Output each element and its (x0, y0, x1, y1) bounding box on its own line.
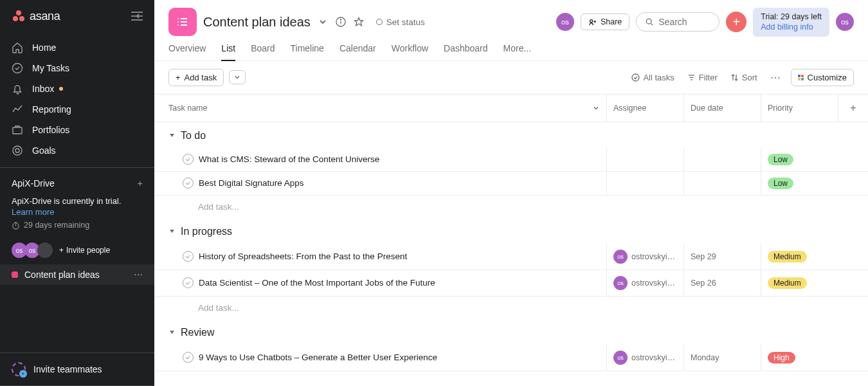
nav-portfolios[interactable]: Portfolios (0, 120, 154, 140)
status-circle-icon (376, 19, 383, 25)
task-priority[interactable]: High (761, 345, 868, 371)
svg-point-0 (16, 10, 21, 15)
task-row[interactable]: 9 Ways to Use Chatbots – Generate a Bett… (154, 345, 868, 371)
tab-workflow[interactable]: Workflow (392, 43, 428, 60)
nav-label: Home (32, 42, 56, 53)
task-due-date[interactable]: Monday (684, 345, 761, 371)
tab-overview[interactable]: Overview (168, 43, 206, 60)
complete-task-icon[interactable] (183, 251, 194, 262)
add-task-inline[interactable]: Add task... (154, 196, 868, 218)
svg-point-23 (590, 19, 593, 22)
tab-more[interactable]: More... (503, 43, 532, 60)
svg-marker-36 (170, 331, 174, 334)
plus-icon[interactable]: + (138, 178, 143, 188)
task-assignee[interactable]: osostrovskyi.s... (607, 270, 684, 296)
tab-calendar[interactable]: Calendar (339, 43, 376, 60)
nav-inbox[interactable]: Inbox (0, 78, 154, 99)
column-assignee[interactable]: Assignee (607, 95, 684, 122)
column-task-name[interactable]: Task name (154, 95, 607, 122)
complete-task-icon[interactable] (183, 277, 194, 288)
check-circle-icon (12, 62, 23, 74)
share-button[interactable]: Share (581, 14, 629, 30)
task-priority[interactable]: Medium (761, 270, 868, 296)
section-to-do[interactable]: To do (154, 122, 868, 148)
task-priority[interactable]: Medium (761, 244, 868, 270)
global-add-button[interactable]: + (726, 12, 746, 32)
avatar-empty[interactable] (37, 243, 53, 258)
info-icon[interactable] (335, 16, 347, 28)
task-due-date[interactable]: Sep 26 (684, 270, 761, 296)
complete-task-icon[interactable] (183, 352, 194, 363)
add-billing-link[interactable]: Add billing info (761, 22, 822, 32)
add-task-inline[interactable]: Add task... (154, 297, 868, 319)
project-icon[interactable] (168, 8, 197, 36)
user-avatar[interactable]: os (836, 13, 854, 31)
nav-my-tasks[interactable]: My Tasks (0, 58, 154, 78)
tab-timeline[interactable]: Timeline (291, 43, 324, 60)
task-due-date[interactable] (684, 148, 761, 171)
filter-button[interactable]: Filter (683, 70, 721, 85)
add-column-button[interactable]: + (838, 95, 868, 122)
project-title: Content plan ideas (203, 15, 311, 30)
column-priority[interactable]: Priority (761, 95, 838, 122)
task-priority[interactable]: Low (761, 148, 868, 171)
search-input[interactable] (636, 12, 719, 32)
grid-icon (798, 75, 804, 80)
logo[interactable]: asana (12, 9, 60, 23)
tab-dashboard[interactable]: Dashboard (444, 43, 488, 60)
task-assignee[interactable]: osostrovskyi.s... (607, 244, 684, 270)
section-review[interactable]: Review (154, 319, 868, 345)
sort-button[interactable]: Sort (727, 70, 761, 85)
section-in-progress[interactable]: In progress (154, 218, 868, 244)
tab-board[interactable]: Board (251, 43, 275, 60)
task-sections: To do What is CMS: Steward of the Conten… (154, 122, 868, 387)
nav-label: Reporting (32, 104, 71, 115)
star-icon[interactable] (353, 16, 365, 28)
task-row[interactable]: What is CMS: Steward of the Content Univ… (154, 148, 868, 172)
collapse-sidebar-icon[interactable] (131, 12, 143, 21)
all-tasks-filter[interactable]: All tasks (628, 70, 678, 85)
workspace-name: ApiX-Drive (12, 178, 55, 188)
project-content-plan-ideas[interactable]: Content plan ideas ⋯ (0, 264, 154, 285)
workspace-header[interactable]: ApiX-Drive + (0, 172, 154, 192)
customize-button[interactable]: Customize (791, 69, 854, 86)
task-row[interactable]: History of Spreadsheets: From the Past t… (154, 244, 868, 270)
avatar: os (613, 250, 628, 264)
task-name: What is CMS: Steward of the Content Univ… (199, 154, 379, 164)
chevron-down-icon[interactable] (317, 16, 329, 28)
task-assignee[interactable] (607, 148, 684, 171)
trial-learn-more-link[interactable]: Learn more (12, 207, 143, 217)
task-priority[interactable]: Low (761, 172, 868, 195)
svg-point-2 (19, 16, 24, 21)
task-due-date[interactable]: Sep 29 (684, 244, 761, 270)
task-assignee[interactable] (607, 172, 684, 195)
svg-point-8 (13, 146, 22, 155)
nav-reporting[interactable]: Reporting (0, 99, 154, 120)
trial-badge[interactable]: Trial: 29 days left Add billing info (753, 8, 829, 37)
task-row[interactable]: Best Digital Signature Apps Low (154, 172, 868, 196)
invite-people-button[interactable]: + Invite people (59, 246, 110, 255)
complete-task-icon[interactable] (183, 178, 194, 188)
column-due-date[interactable]: Due date (684, 95, 761, 122)
invite-teammates-button[interactable]: + Invite teammates (0, 353, 154, 386)
task-name: Data Scientist – One of the Most Importa… (199, 278, 435, 288)
set-status-button[interactable]: Set status (376, 17, 425, 27)
nav-goals[interactable]: Goals (0, 140, 154, 161)
add-task-dropdown[interactable] (229, 70, 246, 84)
trial-message: ApiX-Drive is currently in trial. (12, 196, 143, 206)
member-avatar[interactable]: os (556, 13, 574, 31)
nav-label: Goals (32, 145, 56, 156)
bell-icon (12, 83, 23, 95)
chevron-down-icon (592, 104, 600, 112)
add-task-button[interactable]: + Add task (168, 69, 224, 86)
more-icon[interactable]: ⋯ (134, 270, 143, 280)
svg-point-21 (340, 19, 341, 20)
task-row[interactable]: Data Scientist – One of the Most Importa… (154, 270, 868, 297)
task-due-date[interactable] (684, 172, 761, 195)
tab-list[interactable]: List (221, 43, 235, 61)
complete-task-icon[interactable] (183, 154, 194, 165)
svg-marker-22 (354, 18, 363, 26)
nav-home[interactable]: Home (0, 37, 154, 58)
toolbar-more-icon[interactable]: ⋯ (766, 69, 786, 86)
task-assignee[interactable]: osostrovskyi.s... (607, 345, 684, 371)
